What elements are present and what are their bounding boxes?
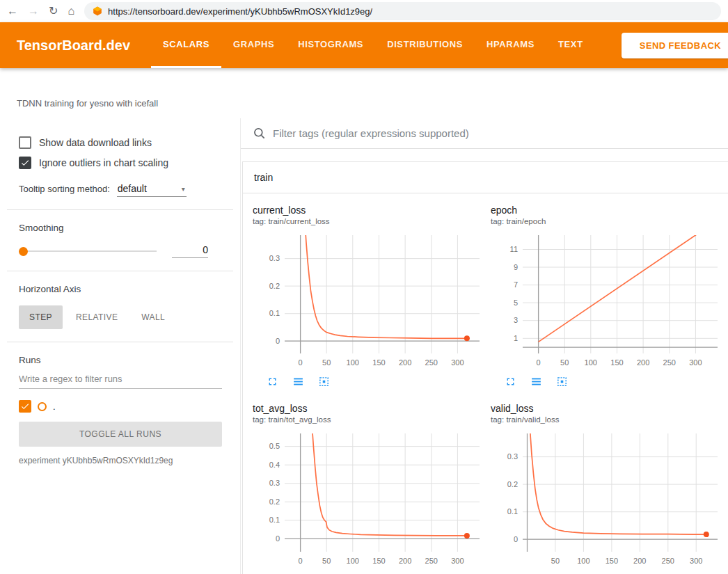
address-bar[interactable]: https://tensorboard.dev/experiment/yKUbh… xyxy=(84,2,721,20)
train-card-header[interactable]: train xyxy=(243,162,728,193)
svg-text:250: 250 xyxy=(425,358,438,367)
svg-text:100: 100 xyxy=(577,557,589,565)
app-logo[interactable]: TensorBoard.dev xyxy=(17,38,130,54)
toggle-all-runs-button[interactable]: TOGGLE ALL RUNS xyxy=(19,422,222,447)
data-table-icon[interactable] xyxy=(292,376,304,388)
svg-text:0.2: 0.2 xyxy=(507,480,518,488)
chart-title: valid_loss xyxy=(491,403,722,414)
train-card-body: current_loss tag: train/current_loss 050… xyxy=(243,193,728,574)
svg-text:0.5: 0.5 xyxy=(269,442,280,450)
svg-text:9: 9 xyxy=(514,263,518,271)
smoothing-label: Smoothing xyxy=(19,223,222,233)
ignore-outliers-label: Ignore outliers in chart scaling xyxy=(39,157,168,168)
svg-text:0.2: 0.2 xyxy=(269,282,280,290)
show-download-links-label: Show data download links xyxy=(39,137,152,148)
chart-title: current_loss xyxy=(253,205,484,216)
svg-text:0.3: 0.3 xyxy=(269,479,280,487)
smoothing-slider[interactable] xyxy=(19,246,157,256)
chart-title: tot_avg_loss xyxy=(253,403,484,414)
tab-hparams[interactable]: HPARAMS xyxy=(475,22,546,68)
run-color-swatch xyxy=(38,402,47,411)
show-download-links-checkbox[interactable] xyxy=(19,136,31,149)
back-icon[interactable]: ← xyxy=(7,6,18,17)
tab-distributions[interactable]: DISTRIBUTIONS xyxy=(375,22,475,68)
svg-text:0: 0 xyxy=(299,358,303,367)
horizontal-axis-buttons: STEP RELATIVE WALL xyxy=(19,305,222,329)
experiment-description-strip: TDNN training for yesno with icefall xyxy=(0,68,728,118)
svg-text:0.2: 0.2 xyxy=(269,497,280,506)
train-card: train current_loss tag: train/current_lo… xyxy=(242,161,728,574)
home-icon[interactable]: ⌂ xyxy=(68,6,74,17)
send-feedback-button[interactable]: SEND FEEDBACK xyxy=(622,33,728,58)
fullscreen-icon[interactable] xyxy=(505,376,516,388)
experiment-id-label: experiment yKUbhb5wRmOSXYkId1z9eg xyxy=(19,456,222,465)
svg-text:100: 100 xyxy=(347,557,359,565)
chevron-down-icon: ▾ xyxy=(182,185,185,193)
ignore-outliers-checkbox[interactable] xyxy=(19,157,31,169)
smoothing-value[interactable]: 0 xyxy=(172,244,208,258)
sidebar-divider xyxy=(7,342,233,342)
settings-sidebar: Show data download links Ignore outliers… xyxy=(0,118,241,574)
ignore-outliers-row: Ignore outliers in chart scaling xyxy=(19,157,222,169)
svg-text:11: 11 xyxy=(510,245,518,253)
data-table-icon[interactable] xyxy=(530,376,542,388)
tab-histograms[interactable]: HISTOGRAMS xyxy=(286,22,375,68)
chart-epoch: epoch tag: train/epoch 05010015020025030… xyxy=(491,205,722,388)
chart-tag: tag: train/tot_avg_loss xyxy=(253,415,484,424)
svg-text:5: 5 xyxy=(514,298,518,307)
axis-relative-button[interactable]: RELATIVE xyxy=(65,305,128,329)
run-checkbox[interactable] xyxy=(19,400,31,413)
chart-current-loss: current_loss tag: train/current_loss 050… xyxy=(253,205,484,388)
runs-filter-input[interactable] xyxy=(19,371,222,389)
smoothing-row: 0 xyxy=(19,244,222,258)
svg-text:50: 50 xyxy=(322,557,331,565)
line-chart[interactable]: 05010015020025030000.10.20.3 xyxy=(253,230,484,373)
line-chart[interactable]: 0501001502002503001357911 xyxy=(491,230,722,373)
fit-domain-icon[interactable] xyxy=(556,376,568,388)
svg-text:300: 300 xyxy=(451,358,464,367)
fit-domain-icon[interactable] xyxy=(318,376,330,388)
experiment-description: TDNN training for yesno with icefall xyxy=(17,98,158,109)
browser-toolbar: ← → ↻ ⌂ https://tensorboard.dev/experime… xyxy=(0,0,728,22)
svg-text:200: 200 xyxy=(399,358,411,367)
svg-text:200: 200 xyxy=(637,358,649,367)
svg-text:200: 200 xyxy=(399,557,411,565)
line-chart[interactable]: 05010015020025030000.10.20.30.40.5 xyxy=(253,428,484,571)
axis-wall-button[interactable]: WALL xyxy=(131,305,175,329)
line-chart[interactable]: 5010015020025030000.10.20.3 xyxy=(491,428,722,571)
axis-step-button[interactable]: STEP xyxy=(19,305,63,329)
svg-text:0: 0 xyxy=(276,534,280,543)
svg-text:250: 250 xyxy=(425,557,438,565)
reload-icon[interactable]: ↻ xyxy=(49,6,58,17)
svg-text:1: 1 xyxy=(514,334,518,342)
svg-text:0.4: 0.4 xyxy=(269,461,280,469)
svg-text:3: 3 xyxy=(514,316,518,324)
chart-tag: tag: train/valid_loss xyxy=(491,415,722,424)
runs-label: Runs xyxy=(19,355,222,365)
svg-text:50: 50 xyxy=(560,358,569,367)
forward-icon[interactable]: → xyxy=(28,6,39,17)
app-header: TensorBoard.dev SCALARS GRAPHS HISTOGRAM… xyxy=(0,22,728,68)
tag-filter-input[interactable] xyxy=(273,127,716,139)
tooltip-sorting-dropdown[interactable]: default ▾ xyxy=(117,183,187,197)
svg-text:0: 0 xyxy=(514,535,518,543)
tab-text[interactable]: TEXT xyxy=(546,22,595,68)
fullscreen-icon[interactable] xyxy=(267,376,278,388)
chart-tag: tag: train/epoch xyxy=(491,217,722,225)
show-download-links-row: Show data download links xyxy=(19,136,222,149)
svg-text:0.1: 0.1 xyxy=(269,309,280,317)
slider-track xyxy=(19,250,157,252)
tab-graphs[interactable]: GRAPHS xyxy=(221,22,286,68)
cards-scroll-area[interactable]: train current_loss tag: train/current_lo… xyxy=(241,149,728,574)
svg-text:300: 300 xyxy=(689,358,702,367)
svg-text:200: 200 xyxy=(633,557,646,565)
slider-thumb[interactable] xyxy=(19,247,28,256)
tab-scalars[interactable]: SCALARS xyxy=(151,22,221,68)
svg-text:150: 150 xyxy=(372,358,385,367)
svg-text:100: 100 xyxy=(585,358,597,367)
chart-tot-avg-loss: tot_avg_loss tag: train/tot_avg_loss 050… xyxy=(253,403,484,574)
svg-text:150: 150 xyxy=(610,358,623,367)
svg-text:300: 300 xyxy=(690,557,702,565)
sidebar-divider xyxy=(7,209,233,210)
search-icon xyxy=(253,127,267,141)
